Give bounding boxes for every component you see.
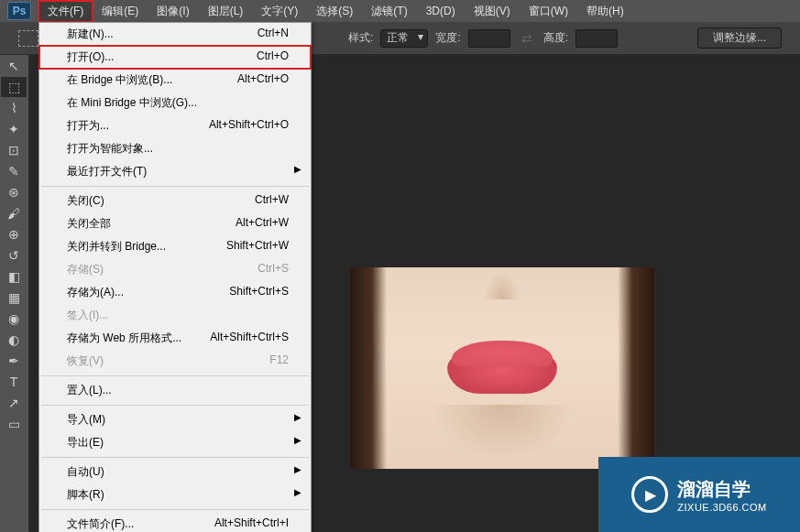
dodge-tool-icon[interactable]: ◐ [1, 330, 27, 350]
menu-separator [41, 375, 309, 376]
document-image[interactable] [350, 267, 654, 469]
refine-edge-button[interactable]: 调整边缘... [697, 27, 782, 49]
submenu-arrow-icon: ▶ [294, 464, 301, 474]
pen-tool-icon[interactable]: ✒ [1, 351, 27, 371]
menu-bar: 文件(F)编辑(E)图像(I)图层(L)文字(Y)选择(S)滤镜(T)3D(D)… [0, 0, 800, 22]
menu-entry-label: 文件简介(F)... [67, 516, 134, 532]
menu-entry-label: 签入(I)... [67, 308, 108, 323]
path-tool-icon[interactable]: ↗ [1, 393, 27, 413]
menu-entry-shortcut: Alt+Ctrl+O [237, 72, 289, 88]
menu-item[interactable]: 图层(L) [199, 1, 253, 22]
menu-separator [41, 457, 309, 458]
blur-tool-icon[interactable]: ◉ [1, 309, 27, 329]
menu-entry[interactable]: 在 Mini Bridge 中浏览(G)... [39, 92, 311, 114]
menu-entry[interactable]: 关闭并转到 Bridge...Shift+Ctrl+W [39, 235, 311, 258]
shape-tool-icon[interactable]: ▭ [1, 414, 27, 434]
menu-item[interactable]: 滤镜(T) [362, 1, 416, 22]
menu-entry[interactable]: 自动(U)▶ [39, 461, 311, 483]
submenu-arrow-icon: ▶ [294, 412, 301, 422]
crop-tool-icon[interactable]: ⊡ [1, 140, 27, 160]
file-menu-dropdown: 新建(N)...Ctrl+N打开(O)...Ctrl+O在 Bridge 中浏览… [38, 22, 312, 532]
menu-entry-label: 存储为 Web 所用格式... [67, 331, 181, 346]
style-label: 样式: [348, 30, 373, 46]
submenu-arrow-icon: ▶ [294, 487, 301, 497]
menu-entry-shortcut: Shift+Ctrl+S [229, 285, 289, 300]
menu-entry-shortcut: Alt+Shift+Ctrl+S [210, 331, 289, 346]
marquee-tool-icon[interactable]: ⬚ [1, 77, 27, 97]
menu-entry-shortcut: Ctrl+N [258, 27, 289, 42]
tool-palette: ↖ ⬚ ⌇ ✦ ⊡ ✎ ⊛ 🖌 ⊕ ↺ ◧ ▦ ◉ ◐ ✒ T ↗ ▭ [0, 55, 29, 531]
type-tool-icon[interactable]: T [1, 372, 27, 392]
menu-item[interactable]: 文件(F) [38, 1, 93, 22]
menu-item[interactable]: 帮助(H) [577, 1, 633, 22]
menu-item[interactable]: 文字(Y) [252, 1, 307, 22]
eraser-tool-icon[interactable]: ◧ [1, 266, 27, 287]
style-select[interactable]: 正常 ▾ [380, 29, 428, 48]
menu-entry[interactable]: 打开(O)...Ctrl+O [39, 46, 311, 69]
wand-tool-icon[interactable]: ✦ [1, 119, 27, 139]
menu-item[interactable]: 编辑(E) [93, 1, 148, 22]
menu-entry[interactable]: 新建(N)...Ctrl+N [39, 23, 311, 46]
menu-entry[interactable]: 关闭全部Alt+Ctrl+W [39, 212, 311, 235]
menu-entry-label: 打开为... [67, 118, 109, 134]
menu-entry-shortcut: Ctrl+O [257, 49, 289, 65]
gradient-tool-icon[interactable]: ▦ [1, 288, 27, 308]
watermark: 溜溜自学 ZIXUE.3D66.COM [598, 457, 800, 532]
menu-entry[interactable]: 关闭(C)Ctrl+W [39, 190, 311, 212]
height-input[interactable] [575, 29, 618, 48]
history-brush-tool-icon[interactable]: ↺ [1, 245, 27, 266]
watermark-title: 溜溜自学 [677, 477, 766, 502]
app-logo: Ps [7, 2, 31, 20]
menu-entry-shortcut: Ctrl+W [255, 193, 289, 209]
play-circle-icon [631, 476, 668, 513]
menu-entry[interactable]: 打开为智能对象... [39, 137, 311, 160]
menu-entry[interactable]: 置入(L)... [39, 379, 311, 402]
menu-entry-label: 导出(E) [67, 435, 104, 451]
menu-entry[interactable]: 在 Bridge 中浏览(B)...Alt+Ctrl+O [39, 69, 311, 92]
menu-separator [41, 509, 309, 510]
menu-entry-label: 存储(S) [67, 262, 104, 277]
menu-item[interactable]: 窗口(W) [520, 1, 577, 22]
menu-entry-label: 打开为智能对象... [67, 141, 153, 157]
menu-item[interactable]: 图像(I) [148, 1, 198, 22]
menu-separator [41, 405, 309, 406]
menu-entry-label: 自动(U) [67, 464, 104, 480]
swap-icon[interactable]: ⇄ [518, 31, 536, 46]
menu-entry[interactable]: 导出(E)▶ [39, 431, 311, 454]
menu-entry-label: 在 Mini Bridge 中浏览(G)... [67, 95, 197, 111]
submenu-arrow-icon: ▶ [294, 435, 301, 445]
menu-entry[interactable]: 文件简介(F)...Alt+Shift+Ctrl+I [39, 513, 311, 532]
menu-item[interactable]: 选择(S) [307, 1, 362, 22]
stamp-tool-icon[interactable]: ⊕ [1, 224, 27, 244]
menu-entry-shortcut: F12 [269, 353, 289, 369]
menu-item[interactable]: 视图(V) [465, 1, 520, 22]
lasso-tool-icon[interactable]: ⌇ [1, 98, 27, 118]
menu-item[interactable]: 3D(D) [417, 2, 465, 20]
menu-entry: 存储(S)Ctrl+S [39, 258, 311, 281]
menu-entry-label: 关闭全部 [67, 216, 111, 232]
menu-entry-label: 导入(M) [67, 412, 105, 428]
menu-entry-label: 关闭(C) [67, 193, 104, 209]
brush-tool-icon[interactable]: 🖌 [1, 203, 27, 223]
menu-entry: 签入(I)... [39, 304, 311, 327]
menu-entry-label: 最近打开文件(T) [67, 164, 147, 179]
menu-entry-label: 存储为(A)... [67, 285, 124, 300]
healing-tool-icon[interactable]: ⊛ [1, 182, 27, 202]
menu-entry-shortcut: Shift+Ctrl+W [226, 239, 289, 255]
submenu-arrow-icon: ▶ [294, 164, 301, 174]
height-label: 高度: [543, 30, 568, 46]
menu-entry: 恢复(V)F12 [39, 350, 311, 373]
menu-entry[interactable]: 打开为...Alt+Shift+Ctrl+O [39, 114, 311, 137]
menu-entry[interactable]: 存储为 Web 所用格式...Alt+Shift+Ctrl+S [39, 327, 311, 350]
menu-entry[interactable]: 存储为(A)...Shift+Ctrl+S [39, 281, 311, 304]
menu-entry-shortcut: Alt+Shift+Ctrl+I [214, 516, 289, 532]
menu-entry[interactable]: 脚本(R)▶ [39, 483, 311, 506]
width-input[interactable] [468, 29, 510, 48]
marquee-preview-icon [18, 30, 38, 47]
move-tool-icon[interactable]: ↖ [1, 56, 27, 76]
menu-entry[interactable]: 最近打开文件(T)▶ [39, 160, 311, 183]
menu-entry[interactable]: 导入(M)▶ [39, 408, 311, 431]
menu-entry-label: 在 Bridge 中浏览(B)... [67, 72, 172, 88]
eyedropper-tool-icon[interactable]: ✎ [1, 161, 27, 181]
menu-entry-label: 恢复(V) [67, 353, 104, 369]
